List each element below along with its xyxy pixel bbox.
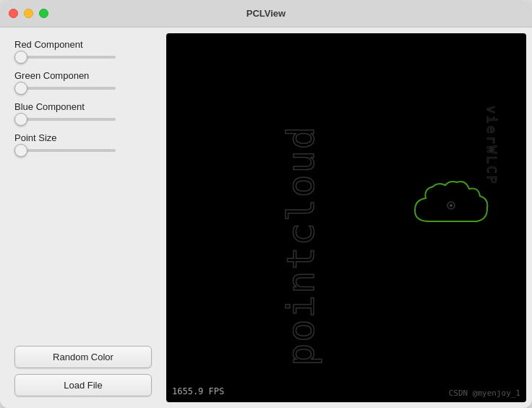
blue-slider-container	[14, 118, 152, 121]
minimize-button[interactable]	[24, 9, 33, 18]
main-content: Red Component Green Componen Blue Compon…	[0, 27, 532, 408]
load-file-button[interactable]: Load File	[14, 374, 152, 396]
pointcloud-visualization: pointcloud vierWLCP	[166, 33, 526, 402]
point-size-group: Point Size	[14, 132, 152, 155]
green-slider-container	[14, 87, 152, 90]
blue-component-group: Blue Component	[14, 101, 152, 124]
green-component-group: Green Componen	[14, 70, 152, 93]
viewport: pointcloud vierWLCP 1655.9 FPS CSDN	[166, 33, 526, 402]
green-component-label: Green Componen	[14, 70, 152, 81]
svg-point-2	[450, 204, 452, 207]
blue-component-slider[interactable]	[14, 118, 116, 121]
titlebar: PCLView	[0, 0, 532, 27]
svg-text:vierWLCP: vierWLCP	[484, 106, 499, 186]
maximize-button[interactable]	[39, 9, 48, 18]
svg-text:pointcloud: pointcloud	[279, 125, 322, 366]
window-title: PCLView	[246, 8, 286, 19]
watermark-label: CSDN @myenjoy_1	[449, 388, 520, 398]
point-size-slider[interactable]	[14, 149, 116, 152]
app-window: PCLView Red Component Green Componen Blu	[0, 0, 532, 408]
point-size-slider-container	[14, 149, 152, 152]
point-size-label: Point Size	[14, 132, 152, 143]
blue-component-label: Blue Component	[14, 101, 152, 112]
sidebar: Red Component Green Componen Blue Compon…	[0, 27, 166, 408]
red-component-slider[interactable]	[14, 56, 116, 59]
green-component-slider[interactable]	[14, 87, 116, 90]
red-slider-container	[14, 56, 152, 59]
random-color-button[interactable]: Random Color	[14, 346, 152, 368]
traffic-lights	[9, 9, 48, 18]
button-group: Random Color Load File	[14, 334, 152, 396]
fps-label: 1655.9 FPS	[172, 386, 224, 396]
close-button[interactable]	[9, 9, 18, 18]
red-component-label: Red Component	[14, 39, 152, 50]
red-component-group: Red Component	[14, 39, 152, 61]
